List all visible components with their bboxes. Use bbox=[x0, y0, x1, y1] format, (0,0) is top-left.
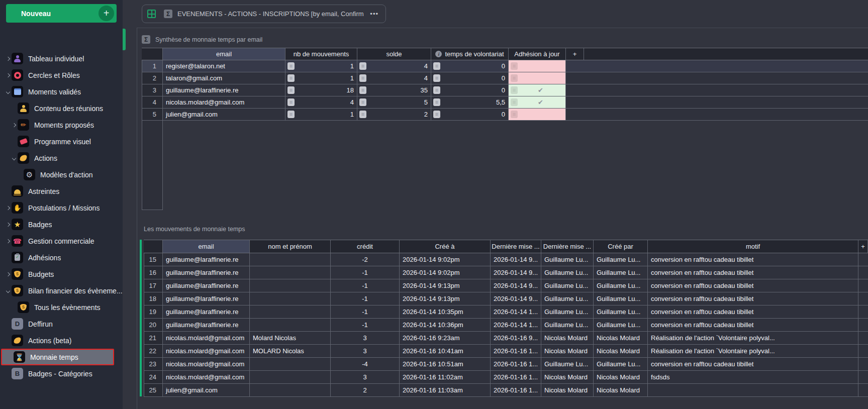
chevron-right-icon[interactable] bbox=[4, 74, 12, 77]
sidebar-item-cercles-et-r-les[interactable]: Cercles et Rôles bbox=[0, 67, 123, 83]
sidebar-item-astreintes[interactable]: Astreintes bbox=[0, 183, 123, 199]
cell-email[interactable]: nicolas.molard@gmail.com bbox=[163, 345, 250, 357]
header-cree-a[interactable]: Créé à bbox=[400, 240, 491, 253]
sidebar-item-contenu-des-r-unions[interactable]: Contenu des réunions bbox=[0, 100, 123, 117]
cell-derniere-mise-1[interactable]: 2026-01-16 1... bbox=[491, 384, 541, 396]
sidebar-item-monnaie-temps[interactable]: ⌛Monnaie temps bbox=[1, 349, 114, 365]
row-number[interactable]: 22 bbox=[144, 345, 163, 357]
cell-derniere-mise-1[interactable]: 2026-01-14 1... bbox=[491, 305, 541, 318]
cell-nom-et-prenom[interactable]: Molard Nicolas bbox=[250, 332, 331, 344]
header-derniere-mise-2[interactable]: Dernière mise ... bbox=[541, 240, 594, 253]
sidebar-item-gestion-commerciale[interactable]: ☎Gestion commerciale bbox=[0, 233, 123, 249]
cell-motif[interactable]: conversion en rafftou cadeau tibillet bbox=[648, 253, 858, 266]
cell-email[interactable]: nicolas.molard@gmail.com bbox=[163, 96, 285, 108]
cell-derniere-mise-2[interactable]: Nicolas Molard bbox=[541, 332, 594, 344]
cell-motif[interactable]: conversion en rafftou cadeau tibillet bbox=[648, 292, 858, 305]
cell-email[interactable]: guillaume@laraffinerie.re bbox=[163, 266, 250, 279]
cell-nom-et-prenom[interactable] bbox=[250, 358, 331, 370]
cell-motif[interactable]: conversion en rafftou cadeau tibillet bbox=[648, 358, 858, 370]
cell-credit[interactable]: 3 bbox=[331, 332, 400, 344]
cell-email[interactable]: guillaume@laraffinerie.re bbox=[163, 84, 285, 96]
cell-email[interactable]: julien@gmail.com bbox=[163, 384, 250, 396]
cell-derniere-mise-2[interactable]: Nicolas Molard bbox=[541, 384, 594, 396]
cell-temps-de-volontariat[interactable]: ≡5,5 bbox=[431, 96, 509, 108]
sidebar-item-actions[interactable]: Actions bbox=[0, 150, 123, 166]
cell-cree-par[interactable]: Nicolas Molard bbox=[594, 371, 648, 383]
cell-derniere-mise-2[interactable]: Guillaume Lu... bbox=[541, 279, 594, 292]
cell-cree-par[interactable]: Guillaume Lu... bbox=[594, 305, 648, 318]
cell-temps-de-volontariat[interactable]: ≡0 bbox=[431, 60, 509, 72]
row-number-header[interactable] bbox=[144, 240, 163, 253]
cell-cree-a[interactable]: 2026-01-14 9:13pm bbox=[400, 292, 491, 305]
cell-cree-par[interactable]: Guillaume Lu... bbox=[594, 279, 648, 292]
cell-email[interactable]: guillaume@laraffinerie.re bbox=[163, 319, 250, 331]
row-number[interactable]: 4 bbox=[142, 96, 163, 108]
cell-motif[interactable]: Réalisation de l'action `Volontaire poly… bbox=[648, 332, 858, 344]
cell-derniere-mise-1[interactable]: 2026-01-14 9... bbox=[491, 292, 541, 305]
cell-solde[interactable]: ≡2 bbox=[357, 109, 431, 120]
cell-email[interactable]: julien@gmail.com bbox=[163, 109, 285, 120]
cell-adhesion-a-jour[interactable]: ≡✔ bbox=[509, 96, 566, 108]
row-number-header[interactable] bbox=[142, 48, 163, 60]
sidebar-item-badges[interactable]: ★Badges bbox=[0, 216, 123, 233]
sidebar-item-tableau-individuel[interactable]: Tableau individuel bbox=[0, 50, 123, 67]
cell-cree-par[interactable]: Guillaume Lu... bbox=[594, 253, 648, 266]
cell-cree-a[interactable]: 2026-01-14 10:36pm bbox=[400, 319, 491, 331]
chevron-right-icon[interactable] bbox=[4, 207, 12, 210]
cell-solde[interactable]: ≡4 bbox=[357, 60, 431, 72]
row-number[interactable]: 5 bbox=[142, 109, 163, 120]
view-tab[interactable]: Σ EVENEMENTS - ACTIONS - INSCRIPTIONS [b… bbox=[142, 5, 386, 23]
cell-credit[interactable]: -2 bbox=[331, 253, 400, 266]
cell-email[interactable]: nicolas.molard@gmail.com bbox=[163, 358, 250, 370]
cell-motif[interactable]: conversion en rafftou cadeau tibillet bbox=[648, 319, 858, 331]
header-nb-de-mouvements[interactable]: nb de mouvements bbox=[285, 48, 357, 60]
cell-derniere-mise-2[interactable]: Nicolas Molard bbox=[541, 345, 594, 357]
row-number[interactable]: 23 bbox=[144, 358, 163, 370]
cell-credit[interactable]: -4 bbox=[331, 358, 400, 370]
cell-cree-a[interactable]: 2026-01-14 10:35pm bbox=[400, 305, 491, 318]
cell-temps-de-volontariat[interactable]: ≡0 bbox=[431, 84, 509, 96]
sidebar-item-budgets[interactable]: Budgets bbox=[0, 266, 123, 282]
cell-solde[interactable]: ≡5 bbox=[357, 96, 431, 108]
cell-motif[interactable]: conversion en rafftou cadeau tibillet bbox=[648, 305, 858, 318]
chevron-down-icon[interactable] bbox=[10, 157, 18, 160]
cell-solde[interactable]: ≡4 bbox=[357, 72, 431, 84]
cell-motif[interactable] bbox=[648, 384, 858, 396]
cell-credit[interactable]: 3 bbox=[331, 371, 400, 383]
sidebar-item-moments-valid-s[interactable]: Moments validés bbox=[0, 83, 123, 100]
cell-credit[interactable]: -1 bbox=[331, 319, 400, 331]
cell-nb-de-mouvements[interactable]: ≡1 bbox=[285, 72, 357, 84]
cell-motif[interactable]: Réalisation de l'action `Volontaire poly… bbox=[648, 345, 858, 357]
add-column-button[interactable]: + bbox=[858, 240, 868, 253]
cell-email[interactable]: guillaume@laraffinerie.re bbox=[163, 305, 250, 318]
cell-derniere-mise-2[interactable]: Guillaume Lu... bbox=[541, 319, 594, 331]
cell-adhesion-a-jour[interactable]: ≡ bbox=[509, 60, 566, 72]
sidebar-item-bilan-financier-des-v-neme[interactable]: Bilan financier des évèneme... bbox=[0, 282, 123, 299]
row-number[interactable]: 16 bbox=[144, 266, 163, 279]
cell-email[interactable]: guillaume@laraffinerie.re bbox=[163, 292, 250, 305]
row-number[interactable]: 25 bbox=[144, 384, 163, 396]
sidebar-item-postulations-missions[interactable]: ✋Postulations / Missions bbox=[0, 199, 123, 216]
header-motif[interactable]: motif bbox=[648, 240, 858, 253]
row-number[interactable]: 17 bbox=[144, 279, 163, 292]
row-number[interactable]: 18 bbox=[144, 292, 163, 305]
cell-cree-a[interactable]: 2026-01-16 11:02am bbox=[400, 371, 491, 383]
cell-credit[interactable]: -1 bbox=[331, 266, 400, 279]
cell-nb-de-mouvements[interactable]: ≡1 bbox=[285, 109, 357, 120]
sidebar-item-badges-cat-gories[interactable]: BBadges - Catégories bbox=[0, 365, 123, 382]
cell-derniere-mise-1[interactable]: 2026-01-16 1... bbox=[491, 371, 541, 383]
chevron-right-icon[interactable] bbox=[4, 240, 12, 243]
header-derniere-mise-1[interactable]: Dernière mise ... bbox=[491, 240, 541, 253]
cell-derniere-mise-1[interactable]: 2026-01-16 1... bbox=[491, 345, 541, 357]
cell-adhesion-a-jour[interactable]: ≡✔ bbox=[509, 84, 566, 96]
cell-derniere-mise-1[interactable]: 2026-01-14 9... bbox=[491, 279, 541, 292]
cell-cree-par[interactable]: Guillaume Lu... bbox=[594, 292, 648, 305]
cell-nb-de-mouvements[interactable]: ≡18 bbox=[285, 84, 357, 96]
add-column-button[interactable]: + bbox=[566, 48, 584, 60]
cell-credit[interactable]: 2 bbox=[331, 384, 400, 396]
header-nom-et-prenom[interactable]: nom et prénom bbox=[250, 240, 331, 253]
cell-solde[interactable]: ≡35 bbox=[357, 84, 431, 96]
chevron-right-icon[interactable] bbox=[10, 124, 18, 127]
cell-cree-par[interactable]: Guillaume Lu... bbox=[594, 266, 648, 279]
cell-email[interactable]: nicolas.molard@gmail.com bbox=[163, 371, 250, 383]
